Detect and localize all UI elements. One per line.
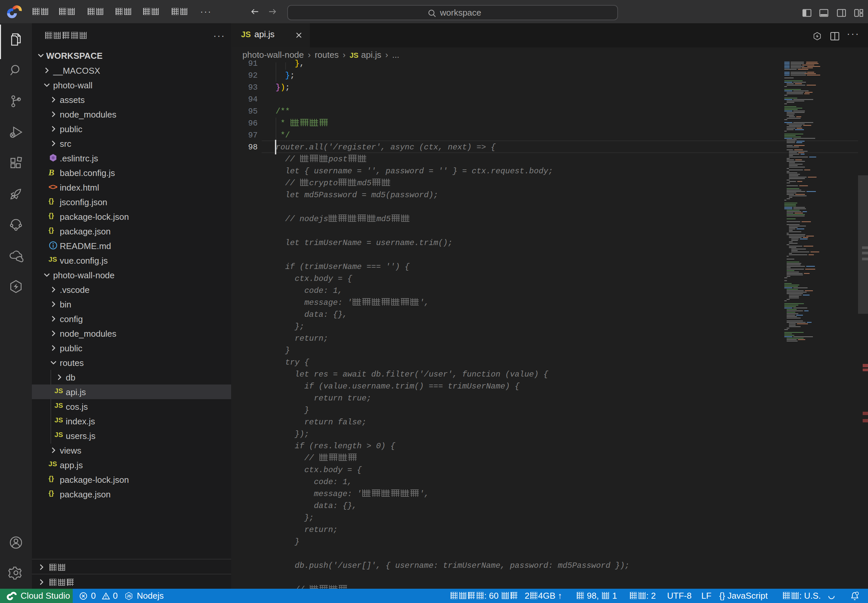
svg-text:JS: JS bbox=[127, 594, 131, 598]
